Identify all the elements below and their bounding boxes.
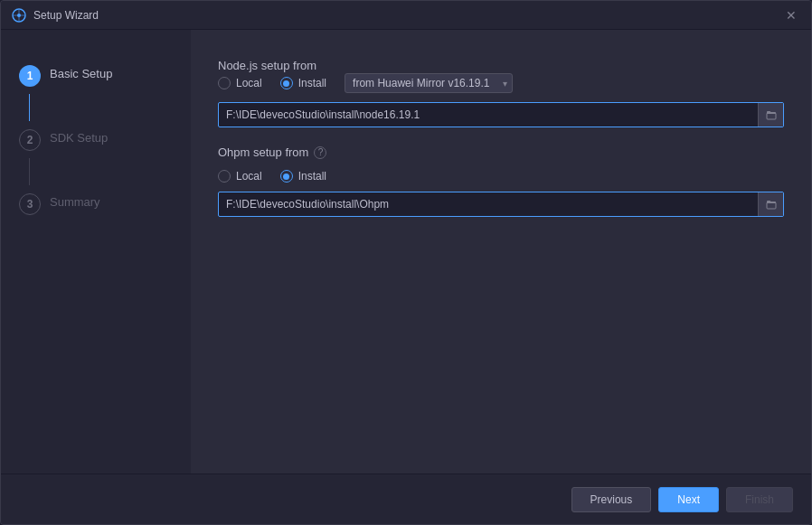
ohpm-local-radio[interactable]	[218, 170, 231, 183]
sidebar: 1 Basic Setup 2 SDK Setup 3 Summary	[1, 30, 191, 473]
nodejs-section-title: Node.js setup from	[218, 59, 316, 72]
step-3-number: 3	[19, 193, 41, 215]
svg-rect-3	[767, 202, 776, 209]
ohpm-section: Ohpm setup from ? Local Install	[218, 145, 784, 235]
step-1-label: Basic Setup	[50, 64, 112, 80]
ohpm-local-label: Local	[236, 170, 262, 183]
footer: Previous Next Finish	[1, 473, 811, 524]
window-title: Setup Wizard	[33, 9, 782, 22]
sidebar-item-summary[interactable]: 3 Summary	[1, 185, 191, 222]
ohpm-radio-group: Local Install	[218, 170, 784, 183]
ohpm-install-option[interactable]: Install	[280, 170, 326, 183]
ohpm-section-title: Ohpm setup from	[218, 145, 308, 159]
ohpm-install-label: Install	[298, 170, 326, 183]
ohpm-browse-button[interactable]	[758, 192, 783, 216]
content-area: 1 Basic Setup 2 SDK Setup 3 Summary	[1, 30, 811, 473]
sidebar-item-sdk-setup[interactable]: 2 SDK Setup	[1, 121, 191, 158]
nodejs-path-input[interactable]	[219, 103, 758, 127]
next-button[interactable]: Next	[658, 487, 719, 512]
nodejs-install-label: Install	[298, 77, 326, 89]
nodejs-radio-group: Local Install from Huawei Mirror v16.19.…	[218, 73, 784, 93]
ohpm-section-header: Ohpm setup from ?	[218, 145, 784, 159]
ohpm-install-radio[interactable]	[280, 170, 293, 183]
nodejs-mirror-dropdown[interactable]: from Huawei Mirror v16.19.1	[345, 73, 513, 93]
step-connector-1	[29, 94, 30, 121]
finish-button: Finish	[726, 487, 793, 512]
ohpm-local-option[interactable]: Local	[218, 170, 262, 183]
ohpm-help-icon[interactable]: ?	[314, 146, 326, 159]
title-bar: Setup Wizard ✕	[1, 1, 811, 30]
nodejs-local-label: Local	[236, 77, 262, 89]
nodejs-browse-button[interactable]	[758, 103, 783, 127]
sidebar-item-basic-setup[interactable]: 1 Basic Setup	[1, 57, 191, 94]
svg-point-1	[17, 14, 21, 17]
nodejs-install-radio[interactable]	[280, 77, 293, 89]
nodejs-path-row	[218, 102, 784, 127]
step-2-number: 2	[19, 129, 41, 151]
main-panel: Node.js setup from Local Install	[191, 30, 811, 473]
step-3-label: Summary	[50, 192, 100, 209]
setup-wizard-window: Setup Wizard ✕ 1 Basic Setup 2 SDK Setup	[0, 0, 812, 525]
ohpm-path-row	[218, 192, 784, 217]
step-1-number: 1	[19, 65, 41, 87]
svg-rect-2	[767, 113, 776, 119]
nodejs-mirror-dropdown-wrapper: from Huawei Mirror v16.19.1 ▾	[345, 73, 513, 93]
app-icon	[12, 8, 26, 23]
nodejs-local-option[interactable]: Local	[218, 77, 262, 89]
nodejs-local-radio[interactable]	[218, 77, 231, 89]
step-connector-2	[29, 158, 30, 185]
previous-button[interactable]: Previous	[571, 487, 652, 512]
ohpm-path-input[interactable]	[219, 192, 758, 216]
step-2-label: SDK Setup	[50, 128, 108, 145]
close-button[interactable]: ✕	[782, 6, 800, 24]
nodejs-section: Node.js setup from Local Install	[218, 57, 784, 145]
nodejs-install-option[interactable]: Install	[280, 77, 326, 89]
